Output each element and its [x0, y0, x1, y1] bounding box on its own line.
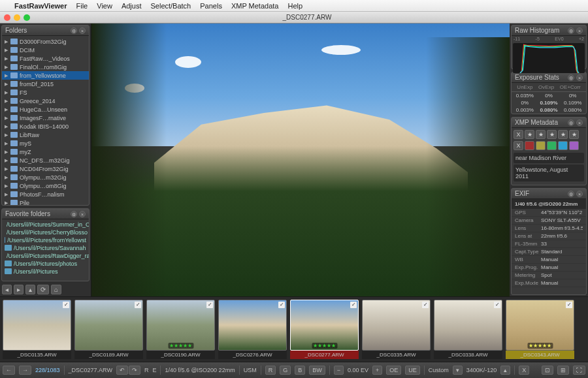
close-button[interactable] — [4, 14, 10, 21]
thumb-check-icon[interactable]: ✓ — [278, 302, 285, 308]
menu-help[interactable]: Help — [287, 2, 302, 10]
gear-icon[interactable]: ⚙ — [568, 27, 574, 34]
ev-minus[interactable]: − — [334, 366, 344, 375]
folder-item[interactable]: ▶DCIM — [2, 46, 89, 54]
close-icon[interactable]: × — [79, 27, 86, 34]
favorite-item[interactable]: /Users/il/Pictures/fromYellowst — [2, 236, 89, 244]
thumbnail[interactable]: ✓_DSC0135.ARW — [3, 300, 71, 359]
thumbnail[interactable]: ✓_DSC0276.ARW — [218, 300, 287, 359]
color-label[interactable] — [569, 141, 579, 150]
star-1[interactable]: ★ — [525, 130, 534, 139]
image-viewer[interactable] — [91, 24, 510, 296]
thumbnail[interactable]: ✓★★★★★_DSC0277.ARW — [290, 300, 359, 359]
thumb-check-icon[interactable]: ✓ — [350, 302, 357, 308]
gear-icon[interactable]: ⚙ — [568, 119, 574, 126]
ev-plus[interactable]: + — [372, 366, 382, 375]
xmp-panel-header[interactable]: XMP Metadata ⚙× — [512, 118, 586, 128]
favorite-item[interactable]: /Users/il/Pictures/RawDigger_ra — [2, 252, 89, 260]
star-2[interactable]: ★ — [536, 130, 546, 139]
favorite-item[interactable]: /Users/il/Pictures/Savannah — [2, 244, 89, 252]
kelvin-up[interactable]: ▴ — [500, 366, 510, 375]
folder-item[interactable]: ▶myS — [2, 139, 89, 148]
thumbnail[interactable]: ✓★★★★★_DSC0190.ARW — [146, 300, 215, 359]
next-button[interactable]: → — [19, 366, 31, 375]
prev-button[interactable]: ← — [3, 366, 15, 375]
favorite-folders-list[interactable]: /Users/il/Pictures/Summer_in_C/Users/il/… — [2, 219, 89, 277]
thumbnail[interactable]: ✓_DSC0335.ARW — [362, 300, 431, 359]
usm-toggle[interactable]: USM — [244, 367, 257, 373]
thumbnail[interactable]: ✓★★★★★_DSC0343.ARW — [506, 300, 574, 359]
star-5[interactable]: ★ — [569, 130, 579, 139]
color-label[interactable] — [525, 141, 534, 150]
wb-down[interactable]: ▾ — [453, 366, 463, 375]
favorite-item[interactable]: /Users/il/Pictures/Summer_in_C — [2, 221, 89, 228]
xmp-desc-field[interactable]: Yellowstone, August 2011 — [514, 165, 584, 181]
folder-item[interactable]: ▶Kodak IBIS–14000 — [2, 122, 89, 131]
prev-folder-button[interactable]: ◂ — [2, 285, 12, 294]
menu-adjust[interactable]: Adjust — [122, 2, 142, 10]
folder-item[interactable]: ▶PhotosF…nalism — [2, 190, 89, 198]
ch-g[interactable]: G — [280, 366, 291, 375]
folder-item[interactable]: ▶myZ — [2, 148, 89, 156]
ue-toggle[interactable]: UE — [405, 366, 420, 375]
folder-item[interactable]: ▶Greece_2014 — [2, 97, 89, 105]
close-icon[interactable]: × — [576, 27, 583, 34]
filmstrip[interactable]: ✓_DSC0135.ARW✓_DSC0189.ARW✓★★★★★_DSC0190… — [0, 296, 588, 362]
xmp-title-field[interactable]: near Madison River — [514, 153, 584, 163]
star-3[interactable]: ★ — [547, 130, 557, 139]
thumb-check-icon[interactable]: ✓ — [206, 302, 213, 308]
star-4[interactable]: ★ — [558, 130, 568, 139]
menu-xmp[interactable]: XMP Metadata — [231, 2, 279, 10]
folder-item[interactable]: ▶FinalOl…rom8Gig — [2, 63, 89, 71]
folder-tree[interactable]: ▶D3000From32Gig▶DCIM▶FastRaw…_Videos▶Fin… — [2, 36, 89, 205]
close-icon[interactable]: × — [576, 191, 583, 197]
fit-button[interactable]: ⊡ — [542, 366, 553, 375]
grid-button[interactable]: ⊞ — [557, 366, 569, 375]
up-folder-button[interactable]: ▴ — [25, 285, 35, 294]
folder-item[interactable]: ▶Pile — [2, 198, 89, 205]
rating-stars[interactable]: X ★ ★ ★ ★ ★ — [514, 130, 584, 139]
thumb-check-icon[interactable]: ✓ — [494, 302, 500, 308]
folder-item[interactable]: ▶NCD04From32Gig — [2, 165, 89, 173]
thumb-check-icon[interactable]: ✓ — [135, 302, 141, 308]
color-label[interactable] — [547, 141, 557, 150]
color-label[interactable] — [536, 141, 546, 150]
close-icon[interactable]: × — [576, 74, 583, 81]
thumbnail[interactable]: ✓_DSC0189.ARW — [74, 300, 143, 359]
thumb-check-icon[interactable]: ✓ — [566, 302, 572, 308]
thumb-check-icon[interactable]: ✓ — [63, 302, 69, 308]
thumbnail[interactable]: ✓_DSC0338.ARW — [434, 300, 502, 359]
clear-color-button[interactable]: X — [514, 141, 523, 150]
thumb-check-icon[interactable]: ✓ — [422, 302, 429, 308]
menu-view[interactable]: View — [97, 2, 112, 10]
folder-item[interactable]: ▶LibRaw — [2, 131, 89, 139]
close-icon[interactable]: × — [79, 211, 86, 217]
menu-select-batch[interactable]: Select/Batch — [150, 2, 191, 10]
gear-icon[interactable]: ⚙ — [568, 191, 574, 197]
menu-file[interactable]: File — [76, 2, 88, 10]
folder-item[interactable]: ▶FS — [2, 88, 89, 97]
wb-mode[interactable]: Custom — [429, 367, 449, 373]
gear-icon[interactable]: ⚙ — [568, 74, 574, 81]
ch-r[interactable]: R — [265, 366, 276, 375]
exposure-panel-header[interactable]: Exposure Stats ⚙× — [512, 72, 586, 83]
ch-bw[interactable]: BW — [309, 366, 325, 375]
color-label[interactable] — [558, 141, 568, 150]
minimize-button[interactable] — [14, 14, 20, 21]
rot-left-button[interactable]: ↶ — [116, 366, 128, 375]
color-labels[interactable]: X — [514, 141, 584, 150]
gear-icon[interactable]: ⚙ — [71, 27, 77, 34]
clear-rating-button[interactable]: X — [514, 130, 523, 139]
home-button[interactable]: ⌂ — [51, 285, 61, 294]
folder-item[interactable]: ▶FastRaw…_Videos — [2, 54, 89, 63]
oe-toggle[interactable]: OE — [386, 366, 401, 375]
mac-menubar[interactable]: FastRawViewer File View Adjust Select/Ba… — [0, 0, 588, 12]
folder-item[interactable]: ▶NC_DFS…m32Gig — [2, 156, 89, 165]
histogram-panel-header[interactable]: Raw Histogram ⚙× — [512, 25, 586, 36]
folder-item[interactable]: ▶from_Yellowstone — [2, 71, 89, 80]
menu-panels[interactable]: Panels — [200, 2, 222, 10]
x-button[interactable]: X — [519, 366, 529, 375]
folder-item[interactable]: ▶ImagesF…rnative — [2, 114, 89, 122]
maximize-button[interactable] — [24, 14, 30, 21]
folder-item[interactable]: ▶HugeCa…Unseen — [2, 105, 89, 114]
